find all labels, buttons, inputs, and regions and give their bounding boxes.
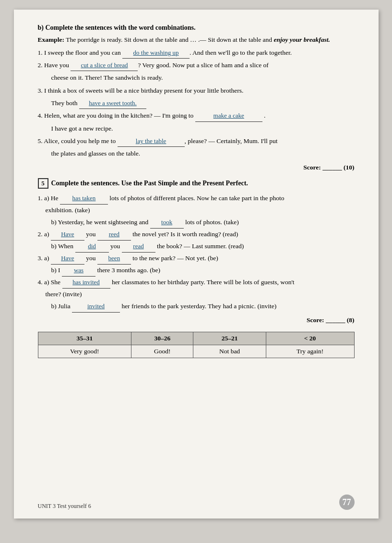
section5-num-box: 5 — [38, 178, 48, 189]
exercise-item-b5: 5. Alice, could you help me to lay the t… — [38, 135, 355, 147]
s5-item2-num: 2. a) — [38, 230, 51, 238]
s5-item1: 1. a) He has taken lots of photos of dif… — [38, 193, 355, 205]
exercise-item-b4-cont: I have got a new recipe. — [51, 123, 355, 134]
item-num: 2. Have you — [38, 61, 71, 69]
s5-answer-2a2: reed — [97, 229, 131, 241]
table-header-2: 30–26 — [131, 332, 193, 345]
example-text: The porridge is ready. Sit down at the t… — [66, 36, 272, 43]
s5-text: there? (invite) — [46, 290, 82, 298]
s5-item3a-mid: you — [84, 254, 97, 262]
item-text: They both — [51, 99, 80, 107]
s5-item2a: 2. a) Have you reed the novel yet? Is it… — [38, 229, 355, 241]
section-b-header: b) Complete the sentences with the word … — [38, 24, 355, 32]
s5-answer-4b1: invited — [72, 301, 120, 313]
s5-item2b-label: b) When — [51, 242, 75, 250]
s5-item2a-rest: the novel yet? Is it worth reading? (rea… — [131, 230, 238, 238]
s5-item2b: b) When did you read the book? — Last su… — [51, 241, 355, 253]
answer-b1: do the washing up — [122, 47, 190, 59]
s5-answer-1b1: took — [150, 217, 184, 229]
item-after: . And then we'll go to the park together… — [190, 49, 292, 56]
table-val-1: Very good! — [38, 345, 131, 358]
s5-answer-3a1: Have — [51, 253, 84, 265]
s5-item2a-mid: you — [84, 230, 97, 238]
s5-answer-4a1: has invited — [62, 277, 110, 289]
exercise-item-b3: 3. I think a box of sweets will be a nic… — [38, 85, 355, 97]
footer: UNIT 3 Test yourself 6 77 — [38, 495, 355, 510]
s5-item1b: b) Yesterday, he went sightseeing and to… — [51, 217, 355, 229]
item-after: , please? — Certainly, Mum. I'll put — [185, 137, 278, 145]
exercise-item-b5-cont: the plates and glasses on the table. — [51, 148, 355, 159]
item-num: 1. I sweep the floor and you can — [38, 49, 123, 56]
item-num: 3. I think a box of sweets will be a nic… — [38, 87, 244, 94]
table-val-2: Good! — [131, 345, 193, 358]
s5-item4a: 4. a) She has invited her classmates to … — [38, 277, 355, 289]
table-header-3: 25–21 — [193, 332, 266, 345]
exercise-item-b2: 2. Have you cut a slice of bread? Very g… — [38, 60, 355, 71]
answer-b5: lay the table — [118, 135, 185, 147]
exercise-item-b3-cont: They both have a sweet tooth. — [51, 97, 355, 109]
item-after: . — [262, 112, 266, 119]
s5-item4b: b) Julia invited her friends to the park… — [51, 301, 355, 313]
example-line: Example: The porridge is ready. Sit down… — [38, 35, 355, 45]
s5-item1b-rest: lots of photos. (take) — [184, 218, 239, 226]
s5-item1b-label: b) Yesterday, he went sightseeing and — [51, 218, 150, 226]
table-header-4: < 20 — [266, 332, 354, 345]
s5-item4b-rest: her friends to the park yesterday. They … — [120, 302, 276, 310]
s5-item3b-rest: there 3 months ago. (be) — [95, 266, 160, 274]
footer-text: UNIT 3 Test yourself 6 — [38, 503, 91, 510]
item-num: 4. Helen, what are you doing in the kitc… — [38, 112, 195, 119]
s5-item4a-cont: there? (invite) — [46, 289, 355, 301]
s5-answer-2b2: read — [122, 241, 155, 253]
s5-item2b-rest: the book? — Last summer. (read) — [155, 242, 244, 250]
exercise-item-b2-cont: cheese on it. There! The sandwich is rea… — [51, 72, 355, 84]
score-table: 35–31 30–26 25–21 < 20 Very good! Good! … — [38, 332, 355, 358]
page-number: 77 — [339, 495, 355, 510]
s5-answer-3a2: been — [97, 253, 131, 265]
item-text: cheese on it. There! The sandwich is rea… — [51, 74, 163, 81]
answer-b4: make a cake — [195, 110, 262, 121]
s5-item4-num: 4. a) She — [38, 278, 62, 286]
answer-b2: cut a slice of bread — [71, 60, 138, 71]
page: b) Complete the sentences with the word … — [14, 10, 379, 519]
item-text: I have got a new recipe. — [51, 125, 113, 132]
example-answer: enjoy your breakfast. — [273, 36, 330, 43]
answer-b3: have a sweet tooth. — [79, 97, 146, 109]
s5-item1a-rest: lots of photos of different places. Now … — [108, 194, 285, 202]
section5-header: 5 Complete the sentences. Use the Past S… — [38, 178, 355, 189]
s5-item1a-cont: exhibition. (take) — [46, 205, 355, 217]
s5-item2b-mid: you — [109, 242, 122, 250]
section5-title: Complete the sentences. Use the Past Sim… — [51, 180, 248, 187]
item-text: the plates and glasses on the table. — [51, 150, 141, 157]
s5-item3-num: 3. a) — [38, 254, 51, 262]
s5-item3b: b) I was there 3 months ago. (be) — [51, 265, 355, 277]
s5-item3b-label: b) I — [51, 266, 62, 274]
s5-answer-1a1: has taken — [60, 193, 108, 205]
exercise-item-b1: 1. I sweep the floor and you can do the … — [38, 47, 355, 59]
s5-item3a-rest: to the new park? — Not yet. (be) — [131, 254, 218, 262]
s5-item1-num: 1. a) He — [38, 194, 60, 202]
score-5: Score: ______ (8) — [38, 316, 355, 324]
exercise-item-b4: 4. Helen, what are you doing in the kitc… — [38, 110, 355, 121]
example-label: Example: — [38, 36, 65, 43]
s5-answer-2a1: Have — [51, 229, 84, 241]
s5-item3a: 3. a) Have you been to the new park? — N… — [38, 253, 355, 265]
s5-item4b-label: b) Julia — [51, 302, 72, 310]
s5-item4a-rest: her classmates to her birthday party. Th… — [110, 278, 295, 286]
s5-answer-2b1: did — [75, 241, 109, 253]
item-after: ? Very good. Now put a slice of ham and … — [138, 61, 268, 69]
score-b: Score: ______ (10) — [38, 164, 355, 171]
s5-answer-3b1: was — [62, 265, 95, 277]
s5-text: exhibition. (take) — [46, 206, 90, 214]
item-num: 5. Alice, could you help me to — [38, 137, 118, 145]
table-val-4: Try again! — [266, 345, 354, 358]
table-val-3: Not bad — [193, 345, 266, 358]
table-header-1: 35–31 — [38, 332, 131, 345]
